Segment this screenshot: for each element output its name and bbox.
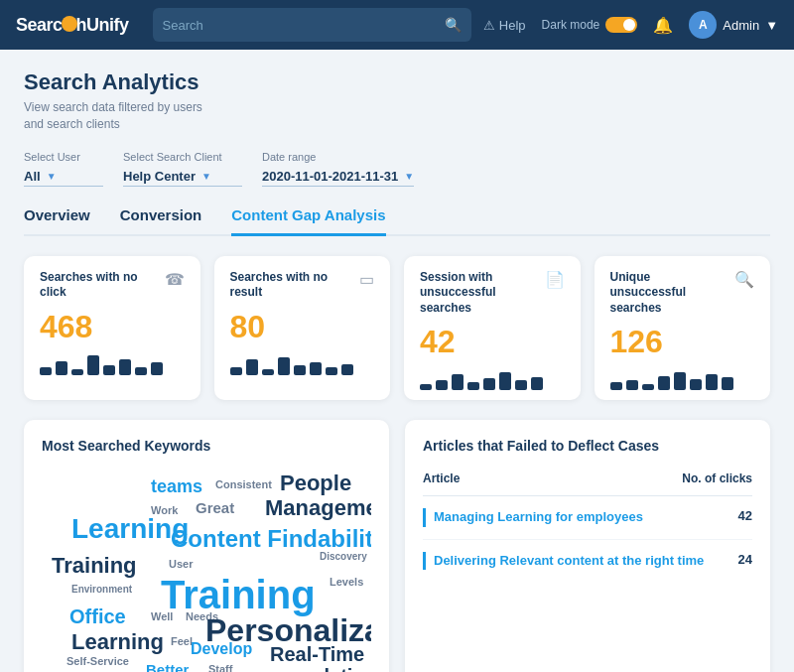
nav-right: ⚠ Help Dark mode 🔔 A Admin ▼ — [483, 11, 778, 39]
date-filter[interactable]: Date range 2020-11-01-2021-11-31 ▼ — [262, 151, 414, 187]
bottom-panels: Most Searched Keywords teamsConsistentPe… — [24, 420, 770, 672]
stat-label: Searches with no result — [230, 270, 345, 301]
bar — [658, 376, 670, 390]
bar — [610, 382, 622, 390]
date-filter-select[interactable]: 2020-11-01-2021-11-31 ▼ — [262, 167, 414, 187]
keyword-word: Staff — [208, 664, 232, 672]
bar — [294, 365, 306, 375]
stat-value: 80 — [230, 309, 375, 345]
bar — [531, 377, 543, 390]
bar — [326, 367, 337, 375]
stat-card-header: Searches with no click ☎ — [40, 270, 185, 301]
user-filter-select[interactable]: All ▼ — [24, 167, 103, 187]
logo: SearchUnify — [16, 15, 129, 36]
stat-card-header: Searches with no result ▭ — [230, 270, 375, 301]
client-filter-select[interactable]: Help Center ▼ — [123, 167, 242, 187]
keyword-word: People — [280, 472, 351, 494]
bar — [151, 362, 163, 375]
keyword-word: Learning — [71, 631, 164, 653]
main-content: Search Analytics View search data filter… — [0, 50, 794, 672]
bar — [706, 374, 718, 390]
bar — [483, 378, 495, 390]
darkmode-toggle[interactable]: Dark mode — [542, 17, 638, 33]
bar — [71, 369, 83, 375]
keyword-word: Levels — [330, 577, 363, 588]
col-clicks: No. of clicks — [682, 471, 752, 485]
keyword-word: Management — [265, 497, 371, 519]
chevron-down-icon: ▼ — [201, 171, 211, 182]
keyword-word: Feel — [171, 636, 193, 647]
articles-panel: Articles that Failed to Deflect Cases Ar… — [405, 420, 770, 672]
stat-card-header: Session with unsuccessful searches 📄 — [420, 270, 565, 317]
keyword-word: Great — [196, 500, 234, 515]
user-menu[interactable]: A Admin ▼ — [689, 11, 778, 39]
page-title: Search Analytics — [24, 69, 770, 95]
avatar: A — [689, 11, 717, 39]
bar — [722, 377, 733, 390]
keyword-word: Discovery — [320, 552, 367, 562]
articles-table: Article No. of clicks Managing Learning … — [423, 468, 752, 581]
keyword-word: analytics — [290, 666, 371, 672]
article-clicks: 24 — [723, 552, 752, 567]
darkmode-switch[interactable] — [605, 17, 637, 33]
stat-cards: Searches with no click ☎ 468 Searches wi… — [24, 256, 770, 401]
keyword-word: Better — [146, 662, 189, 672]
logo-text: Searc — [16, 15, 63, 36]
bar — [499, 372, 511, 390]
keyword-word: Office — [69, 606, 126, 626]
articles-panel-title: Articles that Failed to Deflect Cases — [423, 438, 752, 454]
stat-label: Unique unsuccessful searches — [610, 270, 726, 317]
bar — [690, 379, 702, 390]
article-clicks: 42 — [723, 508, 752, 523]
bar — [420, 384, 432, 390]
stat-label: Searches with no click — [40, 270, 155, 301]
bar — [467, 382, 479, 390]
search-icon: 🔍 — [445, 17, 462, 33]
chevron-down-icon: ▼ — [765, 18, 778, 33]
bar — [278, 357, 290, 375]
bar — [103, 365, 115, 375]
keyword-word: teams — [151, 477, 202, 495]
search-bar[interactable]: 🔍 — [153, 8, 471, 42]
article-row: Delivering Relevant content at the right… — [423, 540, 752, 582]
help-button[interactable]: ⚠ Help — [483, 18, 526, 33]
bar — [436, 380, 448, 390]
stat-value: 468 — [40, 309, 185, 345]
keyword-word: User — [169, 559, 193, 570]
stat-icon-cursor: ☎ — [165, 270, 185, 289]
notification-bell[interactable]: 🔔 — [653, 16, 673, 35]
stat-card-unsuccessful-sessions: Session with unsuccessful searches 📄 42 — [404, 256, 581, 401]
stat-card-header: Unique unsuccessful searches 🔍 — [610, 270, 755, 317]
article-link[interactable]: Delivering Relevant content at the right… — [423, 552, 704, 570]
top-navigation: SearchUnify 🔍 ⚠ Help Dark mode 🔔 A Admin… — [0, 0, 794, 50]
chevron-down-icon: ▼ — [404, 171, 414, 182]
article-link[interactable]: Managing Learning for employees — [423, 508, 643, 526]
search-input[interactable] — [163, 18, 445, 33]
articles-table-header: Article No. of clicks — [423, 468, 752, 496]
stat-icon-file: ▭ — [359, 270, 374, 289]
keyword-word: Training — [161, 575, 316, 614]
tab-conversion[interactable]: Conversion — [120, 206, 202, 236]
logo-icon — [62, 16, 77, 32]
chevron-down-icon: ▼ — [47, 171, 57, 182]
user-filter[interactable]: Select User All ▼ — [24, 151, 103, 187]
col-article: Article — [423, 471, 460, 485]
bar — [452, 374, 463, 390]
logo-rest: hUnify — [76, 15, 129, 36]
bar — [310, 362, 322, 375]
keyword-panel: Most Searched Keywords teamsConsistentPe… — [24, 420, 389, 672]
article-row: Managing Learning for employees 42 — [423, 496, 752, 539]
client-filter[interactable]: Select Search Client Help Center ▼ — [123, 151, 242, 187]
keyword-word: Real-Time — [270, 644, 364, 664]
tab-content-gap-analysis[interactable]: Content Gap Analysis — [231, 206, 385, 236]
mini-bar-chart — [40, 353, 185, 375]
bar — [40, 367, 52, 375]
date-filter-label: Date range — [262, 151, 414, 163]
stat-card-unique-unsuccessful: Unique unsuccessful searches 🔍 126 — [595, 256, 771, 401]
bar — [56, 361, 67, 375]
bar — [135, 367, 147, 375]
bar — [262, 369, 274, 375]
bar — [642, 384, 654, 390]
tab-overview[interactable]: Overview — [24, 206, 90, 236]
mini-bar-chart — [420, 368, 565, 390]
